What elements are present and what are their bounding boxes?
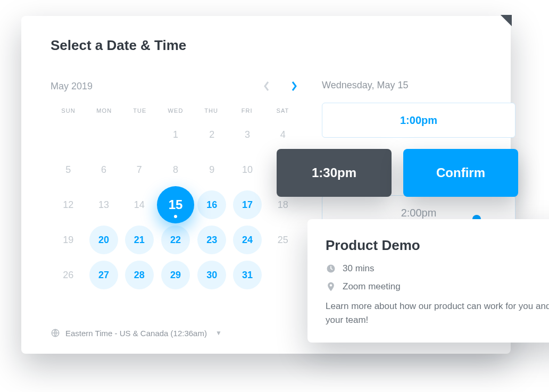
calendar-day: 26: [54, 261, 82, 289]
calendar-day: 8: [161, 155, 190, 184]
calendar-dow-cell: FRI: [229, 107, 265, 114]
calendar-day-available[interactable]: 20: [89, 226, 118, 254]
calendar-day-available[interactable]: 16: [197, 190, 226, 219]
selected-day-dot-icon: [174, 215, 177, 218]
calendar-day: 4: [269, 120, 297, 149]
calendar-day-available[interactable]: 29: [161, 261, 190, 289]
calendar-day: 12: [54, 190, 82, 219]
calendar-day-available[interactable]: 31: [233, 261, 262, 289]
calendar-nav: [260, 80, 301, 93]
calendar: May 2019 SUNMONTUEWEDTHUFRISAT 123456789…: [51, 80, 301, 293]
calendar-day: 7: [125, 155, 154, 184]
calendar-day: 10: [233, 155, 262, 184]
event-info-card: Product Demo 30 mins Zoom meeting Learn …: [307, 219, 549, 343]
calendar-day: 25: [269, 226, 297, 254]
globe-icon: [51, 328, 60, 338]
calendar-header: May 2019: [51, 80, 301, 93]
calendar-day-available[interactable]: 24: [233, 226, 262, 254]
calendar-day-selected[interactable]: 15: [157, 186, 194, 223]
calendar-day: 1: [161, 120, 190, 149]
chevron-left-icon[interactable]: [260, 80, 273, 93]
calendar-day-available[interactable]: 30: [197, 261, 226, 289]
powered-by-label: POWERED BY: [436, 15, 512, 79]
event-description: Learn more about how our product can wor…: [326, 299, 549, 327]
page-title: Select a Date & Time: [51, 37, 186, 54]
calendar-day-available[interactable]: 17: [233, 190, 262, 219]
selected-time-chip[interactable]: 1:30pm: [277, 149, 392, 197]
location-pin-icon: [326, 281, 336, 292]
event-location-row: Zoom meeting: [326, 281, 549, 292]
calendar-dow-cell: MON: [86, 107, 122, 114]
timezone-picker[interactable]: Eastern Time - US & Canada (12:36am) ▼: [51, 328, 222, 338]
powered-by-brand: Calendly: [432, 15, 512, 87]
calendar-day: 13: [89, 190, 118, 219]
calendar-day: 2: [197, 120, 226, 149]
calendar-day-available[interactable]: 21: [125, 226, 154, 254]
selected-slot-row: 1:30pm Confirm: [277, 149, 518, 197]
calendar-day: 5: [54, 155, 82, 184]
event-duration-row: 30 mins: [326, 263, 549, 274]
time-slot-label: 2:00pm: [401, 207, 437, 219]
selected-date-label: Wednesday, May 15: [322, 80, 516, 91]
event-title: Product Demo: [326, 237, 549, 254]
clock-icon: [326, 263, 336, 274]
calendar-dow-cell: THU: [194, 107, 229, 114]
calendar-day-available[interactable]: 28: [125, 261, 154, 289]
svg-point-2: [330, 284, 332, 286]
calendar-dow-cell: WED: [157, 107, 193, 114]
calendar-day-available[interactable]: 23: [197, 226, 226, 254]
calendar-dow-cell: TUE: [122, 107, 157, 114]
event-location: Zoom meeting: [343, 281, 401, 292]
calendar-day: 6: [89, 155, 118, 184]
calendar-day: 19: [54, 226, 82, 254]
calendar-dow-cell: SAT: [265, 107, 301, 114]
time-slot[interactable]: 1:00pm: [322, 103, 515, 138]
calendar-day-available[interactable]: 22: [161, 226, 190, 254]
chevron-right-icon[interactable]: [288, 80, 301, 93]
calendar-day: 3: [233, 120, 262, 149]
calendar-month-label: May 2019: [51, 81, 93, 92]
calendar-dow-row: SUNMONTUEWEDTHUFRISAT: [51, 107, 301, 114]
calendar-day-available[interactable]: 27: [89, 261, 118, 289]
calendar-day: 14: [125, 190, 154, 219]
event-duration: 30 mins: [343, 263, 375, 274]
calendar-dow-cell: SUN: [51, 107, 86, 114]
timezone-label: Eastern Time - US & Canada (12:36am): [65, 329, 207, 338]
calendar-day: 9: [197, 155, 226, 184]
calendar-grid: 1234567891011121314151617181920212223242…: [51, 117, 301, 293]
caret-down-icon: ▼: [215, 329, 222, 337]
confirm-button[interactable]: Confirm: [403, 149, 518, 197]
